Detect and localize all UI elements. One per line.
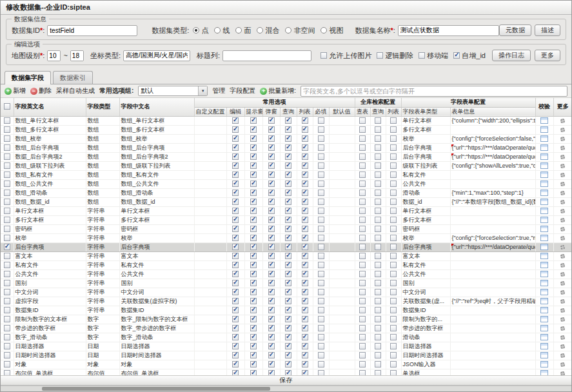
common-option-checkbox[interactable] — [297, 215, 313, 224]
row-select-checkbox[interactable] — [1, 143, 14, 152]
describe-button[interactable]: 描述 — [535, 24, 560, 36]
form-info-cell[interactable]: {"config":{"forceSelection":false,"multi… — [450, 134, 535, 143]
table-row[interactable]: 私有文件字符串私有文件私有文件 — [1, 260, 571, 270]
common-option-checkbox[interactable] — [297, 224, 313, 233]
common-option-checkbox[interactable] — [313, 251, 329, 260]
row-select-checkbox[interactable] — [1, 324, 14, 333]
scrollbar-thumb[interactable] — [42, 387, 270, 391]
common-option-checkbox[interactable] — [226, 206, 244, 215]
common-option-checkbox[interactable] — [262, 197, 280, 206]
common-option-checkbox[interactable] — [262, 152, 280, 161]
search-config-checkbox[interactable] — [370, 179, 386, 188]
form-info-cell[interactable] — [450, 224, 535, 233]
more-cell[interactable] — [553, 224, 571, 233]
common-option-checkbox[interactable] — [244, 152, 262, 161]
search-config-checkbox[interactable] — [355, 215, 370, 224]
common-option-checkbox[interactable] — [226, 116, 244, 125]
common-option-checkbox[interactable] — [313, 170, 329, 179]
table-row[interactable]: 枚举字符串枚举枚举{"config":{"forceSelection":tru… — [1, 233, 571, 242]
common-option-checkbox[interactable] — [244, 197, 262, 206]
common-option-checkbox[interactable] — [262, 242, 280, 251]
validate-cell[interactable] — [535, 315, 553, 324]
title-col-input[interactable] — [222, 50, 311, 61]
search-config-checkbox[interactable] — [355, 279, 370, 288]
table-row[interactable]: 数组_枚举数组数组_枚举枚举{"config":{"forceSelection… — [1, 134, 571, 143]
dataset-type-radio[interactable]: 线 — [214, 26, 230, 35]
table-row[interactable]: 后台字典项字符串后台字典项后台字典项{"url":"https://***/da… — [1, 242, 571, 251]
form-info-cell[interactable]: {"config":{"forceSelection":true,"multiS… — [450, 233, 535, 242]
table-row[interactable]: 数组_级联下拉列表数组数组_级联下拉列表级联下拉列表{"config":{"sh… — [1, 161, 571, 170]
common-option-checkbox[interactable] — [244, 215, 262, 224]
search-config-checkbox[interactable] — [370, 152, 386, 161]
common-option-checkbox[interactable] — [280, 233, 297, 242]
validate-cell[interactable] — [535, 242, 553, 251]
search-config-checkbox[interactable] — [386, 306, 401, 315]
form-info-cell[interactable]: {"url":"https://***/dataOperate/queryDic… — [450, 143, 535, 152]
common-option-checkbox[interactable] — [244, 143, 262, 152]
search-config-checkbox[interactable] — [355, 315, 370, 324]
more-cell[interactable] — [553, 342, 571, 351]
form-info-cell[interactable] — [450, 333, 535, 342]
validate-cell[interactable] — [535, 260, 553, 270]
validate-cell[interactable] — [535, 134, 553, 143]
common-option-checkbox[interactable] — [280, 297, 297, 306]
common-option-checkbox[interactable] — [297, 333, 313, 342]
row-select-checkbox[interactable] — [1, 270, 14, 279]
search-config-checkbox[interactable] — [386, 351, 401, 360]
common-option-checkbox[interactable] — [280, 116, 297, 125]
dataset-name-input[interactable] — [398, 25, 499, 36]
search-config-checkbox[interactable] — [355, 288, 370, 297]
common-option-checkbox[interactable] — [313, 270, 329, 279]
row-select-checkbox[interactable] — [1, 315, 14, 324]
common-option-checkbox[interactable] — [280, 288, 297, 297]
search-config-checkbox[interactable] — [386, 206, 401, 215]
search-config-checkbox[interactable] — [355, 369, 370, 375]
add-field-button[interactable]: +新增 — [5, 86, 26, 95]
common-option-checkbox[interactable] — [226, 351, 244, 360]
more-cell[interactable] — [553, 251, 571, 260]
common-option-checkbox[interactable] — [280, 197, 297, 206]
form-info-cell[interactable] — [450, 369, 535, 375]
search-config-checkbox[interactable] — [355, 134, 370, 143]
table-row[interactable]: 数据集ID字符串数据集ID数据集ID — [1, 306, 571, 315]
common-option-checkbox[interactable] — [313, 288, 329, 297]
common-option-checkbox[interactable] — [297, 270, 313, 279]
form-info-cell[interactable] — [450, 206, 535, 215]
search-config-checkbox[interactable] — [370, 143, 386, 152]
common-option-checkbox[interactable] — [226, 369, 244, 375]
common-option-checkbox[interactable] — [262, 170, 280, 179]
map-level-max-stepper[interactable]: ▲▼ — [70, 50, 84, 61]
common-option-checkbox[interactable] — [262, 324, 280, 333]
common-option-checkbox[interactable] — [244, 351, 262, 360]
tab-data-index[interactable]: 数据索引 — [53, 71, 93, 84]
search-config-checkbox[interactable] — [370, 333, 386, 342]
common-option-checkbox[interactable] — [280, 242, 297, 251]
common-option-checkbox[interactable] — [226, 197, 244, 206]
common-option-checkbox[interactable] — [262, 206, 280, 215]
table-row[interactable]: 数字_滑动条数字数字_滑动条滑动条 — [1, 333, 571, 342]
common-option-checkbox[interactable] — [262, 369, 280, 375]
common-option-checkbox[interactable] — [244, 179, 262, 188]
row-select-checkbox[interactable] — [1, 351, 14, 360]
common-option-checkbox[interactable] — [280, 333, 297, 342]
search-config-checkbox[interactable] — [355, 333, 370, 342]
table-row[interactable]: 多行文本框字符串多行文本框多行文本框 — [1, 215, 571, 224]
form-info-cell[interactable]: {"url":"https://***/dataOperate/queryDic… — [450, 152, 535, 161]
common-option-checkbox[interactable] — [280, 342, 297, 351]
row-select-checkbox[interactable] — [1, 197, 14, 206]
search-config-checkbox[interactable] — [355, 116, 370, 125]
more-cell[interactable] — [553, 369, 571, 375]
common-option-checkbox[interactable] — [280, 369, 297, 375]
common-option-checkbox[interactable] — [297, 251, 313, 260]
form-info-cell[interactable] — [450, 270, 535, 279]
common-option-checkbox[interactable] — [226, 360, 244, 369]
common-option-checkbox[interactable] — [313, 369, 329, 375]
validate-cell[interactable] — [535, 306, 553, 315]
sample-generate-button[interactable]: 采样自动生成 — [56, 86, 95, 95]
row-select-checkbox[interactable] — [1, 188, 14, 197]
common-option-checkbox[interactable] — [313, 315, 329, 324]
search-config-checkbox[interactable] — [370, 351, 386, 360]
common-option-checkbox[interactable] — [226, 242, 244, 251]
dataset-type-radio[interactable]: 混合 — [257, 26, 279, 35]
table-row[interactable]: 公共文件字符串公共文件公共文件 — [1, 270, 571, 279]
